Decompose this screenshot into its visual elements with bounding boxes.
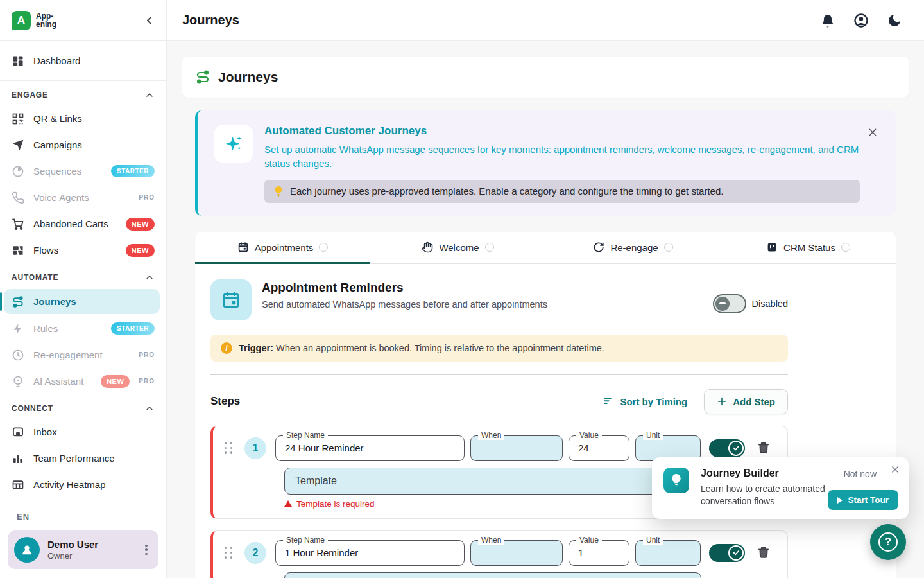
- delete-step-icon[interactable]: [757, 441, 770, 455]
- user-role: Owner: [47, 551, 133, 561]
- sidebar-collapse-button[interactable]: [143, 15, 155, 26]
- section-label: ENGAGE: [12, 91, 144, 100]
- tab-status-indicator: [841, 243, 850, 252]
- sidebar-item-qr-links[interactable]: QR & Links: [0, 105, 166, 132]
- divider: [210, 374, 788, 375]
- step-enable-toggle[interactable]: [709, 439, 745, 457]
- language-selector[interactable]: EN: [8, 509, 158, 530]
- step-number: 1: [244, 437, 266, 459]
- sidebar-item-label: Flows: [33, 245, 117, 256]
- user-card[interactable]: Demo User Owner: [8, 530, 158, 569]
- sidebar-item-journeys[interactable]: Journeys: [4, 289, 160, 314]
- pro-tier-label: PRO: [139, 378, 155, 385]
- calendar-icon: [210, 279, 252, 320]
- category-title: Appointment Reminders: [262, 281, 547, 295]
- drag-handle-icon[interactable]: [224, 442, 233, 454]
- sidebar-item-sequences[interactable]: Sequences STARTER: [0, 158, 166, 184]
- active-indicator: [0, 292, 2, 311]
- start-tour-button[interactable]: Start Tour: [828, 490, 899, 510]
- sidebar-nav: Dashboard ENGAGE QR & Links Campaigns Se…: [0, 41, 166, 500]
- sidebar-item-voice-agents[interactable]: Voice Agents PRO: [0, 184, 166, 211]
- chevron-left-icon: [143, 15, 155, 26]
- dark-mode-moon-icon[interactable]: [887, 13, 902, 28]
- starter-badge: STARTER: [111, 322, 155, 335]
- sidebar-item-rules[interactable]: Rules STARTER: [0, 315, 166, 342]
- send-icon: [12, 139, 24, 152]
- info-banner: Automated Customer Journeys Set up autom…: [195, 110, 896, 216]
- category-subtitle: Send automated WhatsApp messages before …: [262, 299, 547, 310]
- sidebar-item-label: AI Assistant: [33, 376, 92, 387]
- sidebar-item-label: Sequences: [33, 166, 102, 177]
- tab-appointments[interactable]: Appointments: [195, 232, 370, 263]
- phone-icon: [12, 191, 24, 204]
- sidebar-item-label: Abandoned Carts: [33, 218, 117, 229]
- sidebar-item-abandoned-carts[interactable]: Abandoned Carts NEW: [0, 211, 166, 237]
- inbox-icon: [12, 426, 24, 439]
- tab-re-engage[interactable]: Re-engage: [545, 232, 721, 263]
- clock-icon: [12, 349, 24, 362]
- sidebar-item-re-engagement[interactable]: Re-engagement PRO: [0, 342, 166, 368]
- sidebar-item-label: Voice Agents: [33, 192, 130, 203]
- not-now-button[interactable]: Not now: [844, 469, 877, 479]
- popup-description: Learn how to create automated conversati…: [701, 483, 832, 507]
- route-icon: [195, 69, 210, 85]
- dashboard-icon: [12, 55, 24, 67]
- sidebar-section-connect[interactable]: CONNECT: [0, 394, 166, 419]
- template-select[interactable]: Template: [284, 468, 701, 495]
- sidebar-item-dashboard[interactable]: Dashboard: [0, 41, 166, 81]
- sidebar-item-label: Activity Heatmap: [33, 479, 155, 490]
- sidebar-item-campaigns[interactable]: Campaigns: [0, 132, 166, 158]
- brand-logo-icon: A: [12, 11, 31, 30]
- route-icon: [12, 295, 24, 308]
- delete-step-icon[interactable]: [757, 546, 770, 560]
- sparkles-icon: [214, 125, 253, 163]
- qr-code-icon: [12, 112, 24, 125]
- app-logo[interactable]: A App-ening: [12, 11, 143, 30]
- chevron-up-icon: [144, 403, 155, 414]
- when-select[interactable]: When: [470, 540, 563, 566]
- step-enable-toggle[interactable]: [709, 544, 745, 562]
- sidebar-item-label: Rules: [33, 323, 102, 334]
- drag-handle-icon[interactable]: [224, 547, 233, 559]
- sidebar-item-flows[interactable]: Flows NEW: [0, 237, 166, 263]
- section-label: CONNECT: [12, 404, 144, 413]
- sidebar-item-activity-heatmap[interactable]: Activity Heatmap: [0, 471, 166, 498]
- when-select[interactable]: When: [470, 435, 563, 461]
- sidebar-section-automate[interactable]: AUTOMATE: [0, 263, 166, 288]
- notifications-bell-icon[interactable]: [820, 13, 835, 28]
- account-icon[interactable]: [853, 13, 869, 28]
- close-icon[interactable]: [891, 465, 900, 474]
- sidebar-item-team-performance[interactable]: Team Performance: [0, 445, 166, 471]
- template-select[interactable]: Template: [284, 572, 701, 578]
- starter-badge: STARTER: [111, 165, 155, 177]
- shopping-cart-icon: [12, 218, 24, 231]
- unit-select[interactable]: Unit: [635, 540, 701, 566]
- calendar-icon: [237, 241, 249, 253]
- journeys-panel: Appointments Welcome Re-engage: [195, 232, 896, 578]
- kanban-icon: [766, 241, 778, 253]
- page-header: Journeys: [182, 57, 909, 98]
- sidebar-section-engage[interactable]: ENGAGE: [0, 81, 166, 105]
- new-badge: NEW: [126, 244, 155, 257]
- help-button[interactable]: ?: [870, 524, 906, 560]
- lightning-icon: [12, 322, 24, 335]
- category-status-label: Disabled: [752, 299, 788, 309]
- play-icon: [837, 497, 843, 504]
- tab-crm-status[interactable]: CRM Status: [721, 232, 896, 263]
- new-badge: NEW: [126, 218, 155, 231]
- sidebar-header: A App-ening: [0, 0, 166, 41]
- category-enable-toggle[interactable]: [713, 294, 746, 313]
- close-icon[interactable]: [868, 127, 878, 137]
- flows-icon: [12, 244, 24, 257]
- sidebar-item-label: Dashboard: [33, 55, 155, 66]
- step-number: 2: [244, 542, 266, 564]
- sort-by-timing-button[interactable]: Sort by Timing: [603, 396, 687, 407]
- user-menu-button[interactable]: [141, 542, 152, 558]
- sidebar-item-inbox[interactable]: Inbox: [0, 419, 166, 445]
- tab-status-indicator: [664, 243, 673, 252]
- pro-tier-label: PRO: [139, 351, 155, 358]
- trigger-text: Trigger: When an appointment is booked. …: [239, 343, 604, 353]
- add-step-button[interactable]: Add Step: [704, 389, 788, 414]
- sidebar-item-ai-assistant[interactable]: AI Assistant NEW PRO: [0, 368, 166, 394]
- tab-welcome[interactable]: Welcome: [370, 232, 545, 263]
